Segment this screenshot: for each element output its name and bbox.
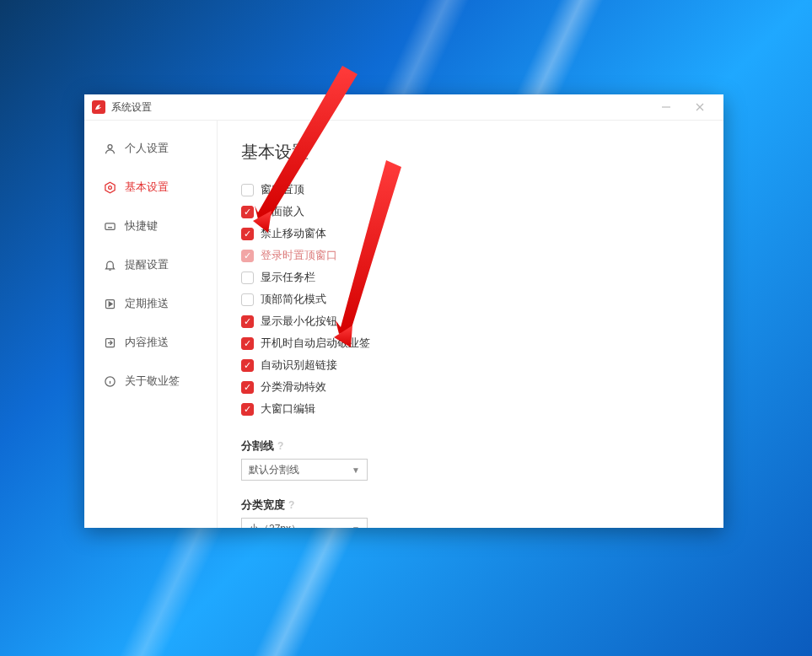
sidebar-item-label: 个人设置 [125, 141, 169, 156]
minimize-button[interactable] [649, 94, 683, 120]
divider-setting: 分割线 ? 默认分割线 ▼ [241, 438, 700, 481]
option-label: 桌面嵌入 [261, 204, 304, 219]
option-label: 开机时自动启动敬业签 [261, 336, 370, 351]
chevron-down-icon: ▼ [352, 465, 360, 475]
sidebar-item-remind[interactable]: 提醒设置 [84, 245, 217, 284]
sidebar-item-label: 定期推送 [125, 296, 169, 311]
option-simplify-top[interactable]: 顶部简化模式 [241, 292, 700, 307]
checkbox-unchecked[interactable] [241, 272, 254, 284]
checkbox-checked[interactable]: ✓ [241, 206, 254, 218]
help-icon[interactable]: ? [288, 499, 294, 511]
checkbox-checked-disabled[interactable]: ✓ [241, 250, 254, 262]
svg-marker-13 [109, 302, 112, 306]
option-show-taskbar[interactable]: 显示任务栏 [241, 270, 700, 285]
option-label: 分类滑动特效 [261, 379, 326, 395]
sidebar-item-label: 提醒设置 [125, 257, 169, 272]
checkbox-checked[interactable]: ✓ [241, 315, 254, 328]
checkbox-unchecked[interactable] [241, 293, 254, 306]
option-desktop-embed[interactable]: ✓ 桌面嵌入 [241, 204, 700, 219]
play-box-icon [103, 297, 116, 310]
option-label: 显示任务栏 [261, 270, 315, 285]
sidebar-item-label: 关于敬业签 [125, 374, 180, 389]
checkbox-checked[interactable]: ✓ [241, 381, 254, 394]
keyboard-icon [103, 219, 116, 233]
options-list: 窗口置顶 ✓ 桌面嵌入 ✓ 禁止移动窗体 ✓ 登录时置顶窗口 [241, 182, 700, 417]
window-title: 系统设置 [111, 100, 152, 115]
sidebar-item-content-push[interactable]: 内容推送 [84, 323, 217, 362]
send-box-icon [103, 336, 116, 349]
svg-point-4 [108, 144, 112, 148]
checkbox-checked[interactable]: ✓ [241, 228, 254, 240]
option-label: 禁止移动窗体 [261, 226, 326, 241]
option-show-minimize[interactable]: ✓ 显示最小化按钮 [241, 314, 700, 329]
close-button[interactable] [683, 94, 717, 120]
chevron-down-icon: ▼ [352, 524, 360, 529]
option-always-on-top[interactable]: 窗口置顶 [241, 182, 700, 197]
field-label: 分割线 ? [241, 438, 700, 454]
titlebar: 系统设置 [84, 94, 723, 121]
sidebar-item-label: 快捷键 [125, 218, 158, 234]
checkbox-checked[interactable]: ✓ [241, 403, 254, 416]
svg-marker-5 [105, 182, 114, 193]
content-pane: 基本设置 窗口置顶 ✓ 桌面嵌入 ✓ 禁止移动窗体 [218, 121, 723, 528]
sidebar-item-label: 内容推送 [125, 335, 169, 350]
option-auto-hyperlink[interactable]: ✓ 自动识别超链接 [241, 358, 700, 373]
option-label: 自动识别超链接 [261, 358, 337, 373]
option-label: 登录时置顶窗口 [261, 248, 337, 263]
app-icon [91, 99, 106, 115]
person-icon [103, 142, 116, 155]
option-label: 大窗口编辑 [261, 401, 315, 417]
sidebar-item-about[interactable]: 关于敬业签 [84, 362, 217, 401]
select-value: 小（27px） [249, 522, 301, 529]
sidebar-item-hotkey[interactable]: 快捷键 [84, 207, 217, 245]
option-label: 窗口置顶 [261, 182, 304, 197]
window-body: 个人设置 基本设置 [84, 121, 723, 528]
option-label: 显示最小化按钮 [261, 314, 337, 329]
category-width-setting: 分类宽度 ? 小（27px） ▼ [241, 497, 700, 528]
category-width-select[interactable]: 小（27px） ▼ [241, 518, 368, 528]
sidebar-item-scheduled-push[interactable]: 定期推送 [84, 284, 217, 323]
desktop-background: 系统设置 个人设置 [0, 0, 812, 656]
checkbox-unchecked[interactable] [241, 184, 254, 196]
option-label: 顶部简化模式 [261, 292, 326, 307]
field-label: 分类宽度 ? [241, 497, 700, 513]
sidebar: 个人设置 基本设置 [84, 121, 218, 528]
info-icon [103, 374, 116, 388]
option-forbid-move[interactable]: ✓ 禁止移动窗体 [241, 226, 700, 241]
sidebar-item-label: 基本设置 [125, 180, 169, 195]
checkbox-checked[interactable]: ✓ [241, 337, 254, 350]
select-value: 默认分割线 [249, 463, 299, 477]
settings-window: 系统设置 个人设置 [84, 94, 723, 528]
option-autostart[interactable]: ✓ 开机时自动启动敬业签 [241, 336, 700, 351]
option-login-top[interactable]: ✓ 登录时置顶窗口 [241, 248, 700, 263]
sidebar-item-basic[interactable]: 基本设置 [84, 168, 217, 207]
divider-label-text: 分割线 [241, 438, 274, 454]
section-heading: 基本设置 [241, 141, 700, 164]
sidebar-item-personal[interactable]: 个人设置 [84, 129, 217, 168]
svg-rect-7 [105, 223, 114, 229]
checkbox-checked[interactable]: ✓ [241, 359, 254, 372]
option-category-slide[interactable]: ✓ 分类滑动特效 [241, 379, 700, 395]
svg-point-6 [108, 186, 111, 189]
help-icon[interactable]: ? [277, 440, 283, 452]
option-big-window-edit[interactable]: ✓ 大窗口编辑 [241, 401, 700, 417]
category-width-label-text: 分类宽度 [241, 497, 285, 513]
divider-select[interactable]: 默认分割线 ▼ [241, 459, 368, 481]
bell-icon [103, 258, 116, 272]
settings-hex-icon [103, 180, 116, 194]
